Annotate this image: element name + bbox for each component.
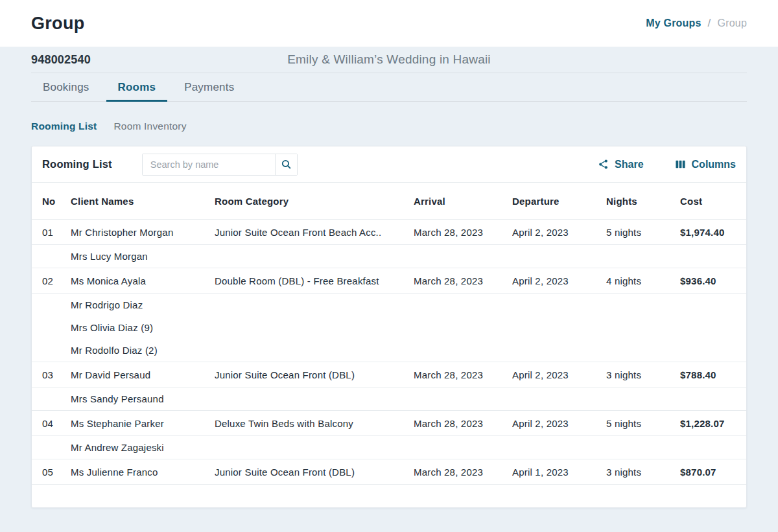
table-row-extra-names: Mrs Sandy Persaund	[32, 387, 746, 411]
table-row[interactable]: 02Ms Monica AyalaDouble Room (DBL) - Fre…	[32, 268, 746, 294]
extra-names-stack: Mr Andrew Zagajeski	[71, 436, 215, 459]
cell-client-name: Mrs Olivia Diaz (9)	[71, 316, 215, 339]
rooming-list-panel: Rooming List	[31, 146, 747, 508]
search-box	[142, 154, 298, 176]
cell-arrival: March 28, 2023	[414, 227, 512, 238]
columns-label: Columns	[692, 159, 736, 170]
breadcrumb-separator: /	[708, 17, 711, 30]
cell-client-name: Mr Rodrigo Diaz	[71, 294, 215, 316]
column-header-departure: Departure	[512, 196, 606, 207]
cell-room-category: Junior Suite Ocean Front (DBL)	[215, 467, 414, 478]
search-button[interactable]	[275, 154, 297, 175]
cell-no: 04	[42, 418, 71, 429]
tab-payments[interactable]: Payments	[172, 73, 246, 101]
magnifier-icon	[281, 159, 292, 170]
top-header: Group My Groups / Group	[0, 0, 778, 47]
cell-room-category: Deluxe Twin Beds with Balcony	[215, 418, 414, 429]
cell-nights: 3 nights	[606, 467, 680, 478]
cell-client-name: Ms Stephanie Parker	[71, 418, 215, 429]
cell-room-category: Junior Suite Ocean Front Beach Acc..	[215, 227, 414, 238]
cell-client-name: Mrs Sandy Persaund	[71, 387, 215, 410]
columns-button[interactable]: Columns	[675, 159, 736, 170]
share-button[interactable]: Share	[598, 159, 643, 170]
cell-departure: April 2, 2023	[512, 418, 606, 429]
cell-no: 03	[42, 369, 71, 380]
cell-departure: April 1, 2023	[512, 467, 606, 478]
cell-arrival: March 28, 2023	[414, 369, 512, 380]
extra-names-stack: Mrs Sandy Persaund	[71, 387, 215, 410]
column-header-no: No	[42, 196, 71, 207]
table-body: 01Mr Christopher MorganJunior Suite Ocea…	[32, 220, 746, 485]
table-row[interactable]: 03Mr David PersaudJunior Suite Ocean Fro…	[32, 362, 746, 387]
toolbar-actions: Share Columns	[598, 159, 736, 170]
column-header-arrival: Arrival	[414, 196, 512, 207]
extra-names-stack: Mr Rodrigo DiazMrs Olivia Diaz (9)Mr Rod…	[71, 294, 215, 362]
cell-client-name: Mr David Persaud	[71, 369, 215, 380]
cell-nights: 4 nights	[606, 275, 680, 286]
cell-nights: 5 nights	[606, 227, 680, 238]
table-header-row: No Client Names Room Category Arrival De…	[32, 183, 746, 220]
share-icon	[598, 159, 609, 170]
table-row-extra-names: Mr Rodrigo DiazMrs Olivia Diaz (9)Mr Rod…	[32, 294, 746, 362]
subtab-room-inventory[interactable]: Room Inventory	[113, 121, 186, 132]
cell-cost: $870.07	[680, 467, 736, 478]
column-header-room-category: Room Category	[215, 196, 414, 207]
cell-cost: $788.40	[680, 369, 736, 380]
cell-client-name: Mrs Lucy Morgan	[71, 245, 215, 268]
cell-arrival: March 28, 2023	[414, 467, 512, 478]
cell-room-category: Junior Suite Ocean Front (DBL)	[215, 369, 414, 380]
table-row[interactable]: 05Ms Julienne FrancoJunior Suite Ocean F…	[32, 459, 746, 485]
page-title: Group	[31, 14, 85, 34]
column-header-nights: Nights	[606, 196, 680, 207]
table-footer-empty-row	[32, 485, 746, 507]
column-header-client-names: Client Names	[71, 196, 215, 207]
breadcrumb: My Groups / Group	[646, 17, 747, 30]
columns-icon	[675, 159, 686, 170]
extra-names-stack: Mrs Lucy Morgan	[71, 245, 215, 268]
table-title: Rooming List	[42, 158, 112, 170]
cell-arrival: March 28, 2023	[414, 275, 512, 286]
cell-client-name: Ms Monica Ayala	[71, 275, 215, 286]
group-event-title: Emily & William’s Wedding in Hawaii	[287, 52, 491, 67]
cell-cost: $1,228.07	[680, 418, 736, 429]
cell-no: 02	[42, 275, 71, 286]
cell-no: 05	[42, 467, 71, 478]
cell-client-name: Mr Christopher Morgan	[71, 227, 215, 238]
cell-cost: $936.40	[680, 275, 736, 286]
cell-no: 01	[42, 227, 71, 238]
search-input[interactable]	[143, 154, 275, 175]
table-row[interactable]: 04Ms Stephanie ParkerDeluxe Twin Beds wi…	[32, 411, 746, 436]
breadcrumb-link-my-groups[interactable]: My Groups	[646, 17, 701, 29]
cell-client-name: Ms Julienne Franco	[71, 467, 215, 478]
main-tabs: Bookings Rooms Payments	[31, 73, 747, 102]
cell-departure: April 2, 2023	[512, 227, 606, 238]
group-meta-row: 948002540 Emily & William’s Wedding in H…	[31, 47, 747, 73]
cell-arrival: March 28, 2023	[414, 418, 512, 429]
cell-room-category: Double Room (DBL) - Free Breakfast	[215, 275, 414, 286]
table-row-extra-names: Mr Andrew Zagajeski	[32, 436, 746, 459]
cell-client-name: Mr Andrew Zagajeski	[71, 436, 215, 459]
cell-departure: April 2, 2023	[512, 275, 606, 286]
breadcrumb-current: Group	[718, 17, 747, 29]
subtab-rooming-list[interactable]: Rooming List	[31, 121, 97, 132]
tab-rooms[interactable]: Rooms	[106, 73, 168, 101]
tab-bookings[interactable]: Bookings	[31, 73, 101, 101]
table-toolbar: Rooming List	[32, 146, 746, 183]
cell-departure: April 2, 2023	[512, 369, 606, 380]
column-header-cost: Cost	[680, 196, 736, 207]
table-row-extra-names: Mrs Lucy Morgan	[32, 245, 746, 268]
table-row[interactable]: 01Mr Christopher MorganJunior Suite Ocea…	[32, 220, 746, 245]
cell-nights: 5 nights	[606, 418, 680, 429]
share-label: Share	[615, 159, 643, 170]
cell-client-name: Mr Rodolfo Diaz (2)	[71, 339, 215, 362]
cell-nights: 3 nights	[606, 369, 680, 380]
sub-tabs: Rooming List Room Inventory	[31, 102, 747, 146]
group-id: 948002540	[31, 53, 91, 67]
cell-cost: $1,974.40	[680, 227, 736, 238]
page-content: 948002540 Emily & William’s Wedding in H…	[0, 47, 778, 508]
